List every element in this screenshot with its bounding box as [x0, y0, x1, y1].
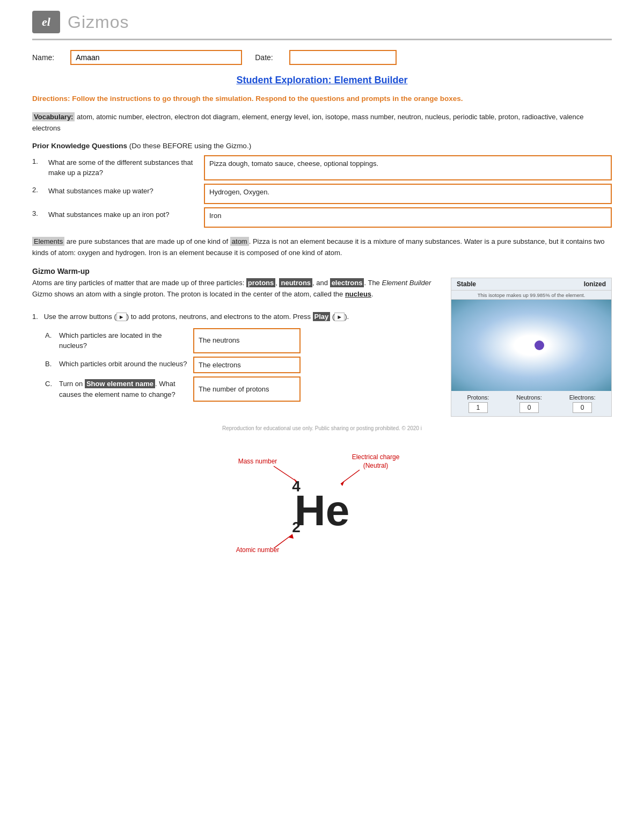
name-label: Name: [32, 53, 54, 62]
date-input[interactable] [289, 50, 397, 65]
sub-q-letter-a: A. [45, 328, 59, 353]
atomic-number-arrow [274, 534, 292, 548]
q1-instruction: 1. Use the arrow buttons (►) to add prot… [32, 311, 438, 323]
answer-box-2[interactable]: Hydrogen, Oxygen. [204, 184, 612, 204]
protons-highlight: protons [246, 278, 275, 287]
sub-question-b: B. Which particles orbit around the nucl… [45, 357, 438, 374]
name-input[interactable] [70, 50, 242, 65]
sim-ionized-label: Ionized [584, 280, 606, 288]
sim-protons: Protons: 1 [467, 394, 489, 413]
gizmo-warmup-title: Gizmo Warm-up [32, 267, 612, 275]
question-number-2: 2. [32, 184, 48, 204]
sub-q-answer-a[interactable]: The neutrons [193, 328, 301, 353]
sub-q-text-a: Which particles are located in the nucle… [59, 328, 193, 353]
question-number-3: 3. [32, 207, 48, 228]
he-symbol: He [295, 487, 349, 534]
elements-highlight: Elements [32, 237, 64, 246]
protons-value: 1 [469, 402, 488, 413]
directions-text: Directions: Follow the instructions to g… [32, 93, 612, 104]
sub-question-c: C. Turn on Show element name. What cause… [45, 376, 438, 402]
atom-highlight: atom [230, 237, 249, 246]
logo: el [32, 11, 60, 33]
prior-knowledge-section: Prior Knowledge Questions (Do these BEFO… [32, 142, 612, 228]
sim-stable-label: Stable [457, 280, 476, 288]
gizmo-simulation: Stable Ionized This isotope makes up 99.… [451, 278, 612, 417]
date-label: Date: [255, 53, 273, 62]
electrons-value: 0 [573, 402, 592, 413]
answer-box-1[interactable]: Pizza dough, tomato sauce, cheese, optio… [204, 155, 612, 180]
sim-subtitle: This isotope makes up 99.985% of the ele… [451, 291, 611, 300]
he-diagram-svg: Mass number Electrical charge (Neutral) … [209, 447, 435, 565]
gizmo-warmup-section: Gizmo Warm-up Atoms are tiny particles o… [32, 267, 612, 417]
vocabulary-section: Vocabulary: atom, atomic number, electro… [32, 112, 612, 134]
sub-q-letter-b: B. [45, 357, 59, 374]
app-title: Gizmos [68, 12, 129, 32]
page-header: el Gizmos [32, 11, 612, 40]
name-date-section: Name: Date: [32, 50, 612, 65]
neutrons-label: Neutrons: [516, 394, 542, 401]
sim-neutrons: Neutrons: 0 [516, 394, 542, 413]
gizmo-warmup-text: Atoms are tiny particles of matter that … [32, 278, 438, 417]
sub-q-answer-b[interactable]: The electrons [193, 357, 301, 374]
vocabulary-terms: atom, atomic number, electron, electron … [32, 113, 584, 132]
footer-text: Reproduction for educational use only. P… [32, 425, 612, 431]
question-text-2: What substances make up water? [48, 184, 204, 204]
he-diagram-section: Mass number Electrical charge (Neutral) … [32, 447, 612, 565]
question-text-1: What are some of the different substance… [48, 155, 204, 180]
sim-nucleus [535, 340, 544, 350]
neutrons-highlight: neutrons [279, 278, 312, 287]
question-row-2: 2. What substances make up water? Hydrog… [32, 184, 612, 204]
sub-q-text-c: Turn on Show element name. What causes t… [59, 376, 193, 402]
neutral-label: (Neutral) [363, 462, 389, 469]
elements-paragraph: Elements are pure substances that are ma… [32, 236, 612, 259]
vocabulary-label: Vocabulary: [32, 112, 75, 121]
electrons-highlight: electrons [330, 278, 364, 287]
atomic-number-value: 2 [292, 519, 301, 535]
question-number-1: 1. [32, 155, 48, 180]
gizmo-warmup-content: Atoms are tiny particles of matter that … [32, 278, 612, 417]
mass-number-label: Mass number [238, 458, 277, 465]
protons-label: Protons: [467, 394, 489, 401]
electrons-label: Electrons: [569, 394, 596, 401]
answer-box-3[interactable]: Iron [204, 207, 612, 228]
neutrons-value: 0 [519, 402, 539, 413]
sub-q-letter-c: C. [45, 376, 59, 402]
sim-bottom: Protons: 1 Neutrons: 0 Electrons: 0 [451, 391, 611, 416]
sub-q-text-b: Which particles orbit around the nucleus… [59, 357, 193, 374]
sub-question-a: A. Which particles are located in the nu… [45, 328, 438, 353]
question-text-3: What substances make up an iron pot? [48, 207, 204, 228]
sim-electrons: Electrons: 0 [569, 394, 596, 413]
question-row-3: 3. What substances make up an iron pot? … [32, 207, 612, 228]
sim-atom-area [451, 300, 611, 391]
warmup-text-1: Atoms are tiny particles of matter that … [32, 279, 246, 287]
page-title: Student Exploration: Element Builder [32, 75, 612, 86]
prior-knowledge-title: Prior Knowledge Questions (Do these BEFO… [32, 142, 612, 150]
nucleus-highlight: nucleus [345, 290, 371, 298]
sub-questions: A. Which particles are located in the nu… [45, 328, 438, 402]
question-1-section: 1. Use the arrow buttons (►) to add prot… [32, 311, 438, 402]
sub-q-answer-c[interactable]: The number of protons [193, 376, 301, 402]
sim-top-bar: Stable Ionized [451, 278, 611, 291]
electrical-charge-label: Electrical charge [352, 453, 400, 461]
question-row-1: 1. What are some of the different substa… [32, 155, 612, 180]
atomic-number-label: Atomic number [236, 546, 280, 554]
